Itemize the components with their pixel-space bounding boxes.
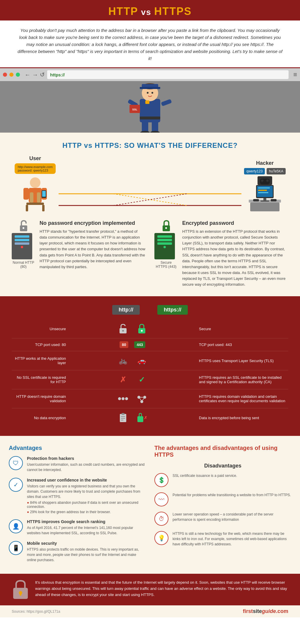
comparison-row-security: Unsecure Secure [12, 319, 288, 338]
footer-source: Sources: https://goo.gl/QL171a [12, 609, 60, 614]
disadvantages-column: The advantages and disadvantages of usin… [154, 445, 291, 568]
https-server-icon: Secure HTTPS (443) [154, 220, 178, 269]
menu-icon[interactable]: ≡ [293, 71, 297, 78]
http-description: HTTP stands for "hypertext transfer prot… [40, 229, 146, 270]
layer-icons: 🚲 🚗 [70, 354, 195, 367]
refresh-button[interactable]: ↺ [40, 71, 45, 78]
advantages-title: Advantages [9, 445, 146, 451]
diff-scene: User http://www.example.com password: qw… [12, 155, 288, 211]
svg-rect-24 [26, 205, 28, 211]
page-title: HTTP vs HTTPS [3, 5, 297, 18]
advantages-column: Advantages 🛡 Protection from hackers Use… [9, 445, 146, 568]
comparison-row-layer: HTTP works at the Application layer 🚲 🚗 … [12, 351, 288, 370]
ssl-icons: ✗ ✓ [70, 373, 195, 386]
hacker-label: Hacker [256, 160, 274, 166]
svg-point-56 [122, 397, 125, 400]
footer-section: It's obvious that encryption is essentia… [0, 574, 300, 605]
http-server [12, 233, 32, 259]
https-server [154, 233, 175, 259]
user-figure [21, 176, 50, 211]
http-port-label: Normal HTTP (80) [12, 261, 35, 269]
https-label: HTTPS [154, 5, 192, 17]
adv-text-hackers-content: User/customer information, such as credi… [27, 462, 146, 472]
http-card: Normal HTTP (80) No password encryption … [12, 220, 146, 287]
svg-line-63 [142, 398, 144, 400]
svg-point-60 [140, 400, 143, 403]
encryption-icons: ✗ [70, 411, 195, 424]
hacker-figure [249, 176, 281, 211]
svg-rect-38 [258, 192, 268, 193]
no-domain-label: HTTP doesn't require domain validation [12, 394, 70, 403]
comparison-row-ssl: No SSL certificate is required for HTTP … [12, 370, 288, 389]
mobile-icon: 📱 [9, 541, 23, 555]
dis-item-transition: 〰 Potential for problems while transitio… [154, 492, 291, 506]
encryption-x-icon: ✗ [135, 411, 148, 424]
svg-rect-27 [42, 191, 46, 197]
person-search-icon: 👤 [9, 519, 23, 533]
svg-point-52 [122, 330, 124, 332]
footer-main-text: It's obvious that encryption is essentia… [35, 580, 288, 598]
adv-item-confidence: ✓ Increased user confidence in the websi… [9, 478, 146, 514]
svg-rect-25 [42, 205, 45, 211]
no-ssl-label: No SSL certificate is required for HTTP [12, 375, 70, 384]
svg-rect-65 [122, 413, 125, 415]
comparison-section: http:// https:// Unsecure Secure [0, 296, 300, 436]
svg-rect-5 [145, 100, 149, 104]
svg-rect-36 [258, 187, 270, 189]
dis-cost-content: SSL certificate issuance is a paid servi… [173, 473, 237, 478]
brand-guide: guide [262, 608, 276, 614]
forward-button[interactable]: → [32, 71, 38, 78]
brand-logo: firstsiteguide.com [243, 608, 288, 614]
browser-dot-yellow [9, 73, 13, 77]
svg-line-31 [113, 194, 187, 205]
svg-point-48 [23, 227, 24, 229]
http-label: HTTP [108, 5, 138, 17]
dots-icon [117, 392, 129, 405]
svg-point-16 [151, 92, 153, 94]
svg-rect-69 [137, 416, 143, 422]
transport-layer-label: HTTPS uses Transport Layer Security (TLS… [195, 359, 288, 363]
adv-text-google: HTTPS improves Google search ranking As … [27, 519, 146, 536]
tcp-80-label: TCP port used: 80 [12, 342, 70, 347]
svg-rect-45 [253, 199, 259, 201]
svg-point-59 [143, 396, 146, 399]
bicycle-icon: 🚲 [117, 354, 129, 367]
user-label: User [29, 155, 41, 162]
difference-title: HTTP vs HTTPS: SO WHAT'S THE DIFFERENCE? [12, 141, 288, 150]
browser-nav: ← → ↺ [25, 71, 45, 78]
back-button[interactable]: ← [25, 71, 30, 78]
svg-line-62 [140, 398, 141, 400]
http-header-label: http:// [112, 305, 140, 315]
svg-rect-37 [258, 190, 267, 191]
connection-lines [59, 176, 241, 211]
ssl-required-label: HTTPS requires an SSL certificate to be … [195, 375, 288, 384]
svg-line-30 [113, 194, 187, 205]
svg-rect-20 [37, 192, 40, 203]
http-desc-block: No password encryption implemented HTTP … [40, 220, 146, 270]
dis-item-speed: ⏱ Lower server operation speed – a consi… [154, 512, 291, 526]
adv-dis-section-title: The advantages and disadvantages of usin… [154, 445, 291, 458]
security-icons [70, 322, 195, 335]
svg-text:SSL: SSL [132, 108, 137, 111]
https-port-label: Secure HTTPS (443) [154, 261, 178, 269]
dis-text-cost: SSL certificate issuance is a paid servi… [173, 473, 237, 478]
adv-item-hackers: 🛡 Protection from hackers User/customer … [9, 456, 146, 472]
hacker-bubble2: huTe5KA [267, 168, 286, 174]
hacker-side: Hacker qwerty123 huTe5KA [241, 160, 288, 211]
svg-point-43 [261, 179, 263, 182]
no-encryption-label: No data encryption [12, 416, 70, 420]
svg-rect-39 [263, 198, 266, 201]
difference-section: HTTP vs HTTPS: SO WHAT'S THE DIFFERENCE?… [0, 133, 300, 296]
open-lock-icon [117, 322, 129, 335]
svg-rect-46 [271, 199, 277, 201]
svg-rect-4 [140, 87, 160, 89]
adv-text-google-content: As of April 2016, 41.7 percent of the In… [27, 525, 146, 536]
svg-rect-12 [161, 99, 172, 106]
closed-lock-icon [135, 322, 148, 335]
svg-text:✗: ✗ [144, 415, 147, 420]
tcp-443-label: TCP port used: 443 [195, 342, 288, 347]
disadvantages-title: Disadvantages [154, 463, 291, 469]
checkmark-icon: ✓ [9, 478, 23, 492]
port-icons: 80 443 [70, 341, 195, 348]
svg-rect-21 [23, 188, 29, 200]
